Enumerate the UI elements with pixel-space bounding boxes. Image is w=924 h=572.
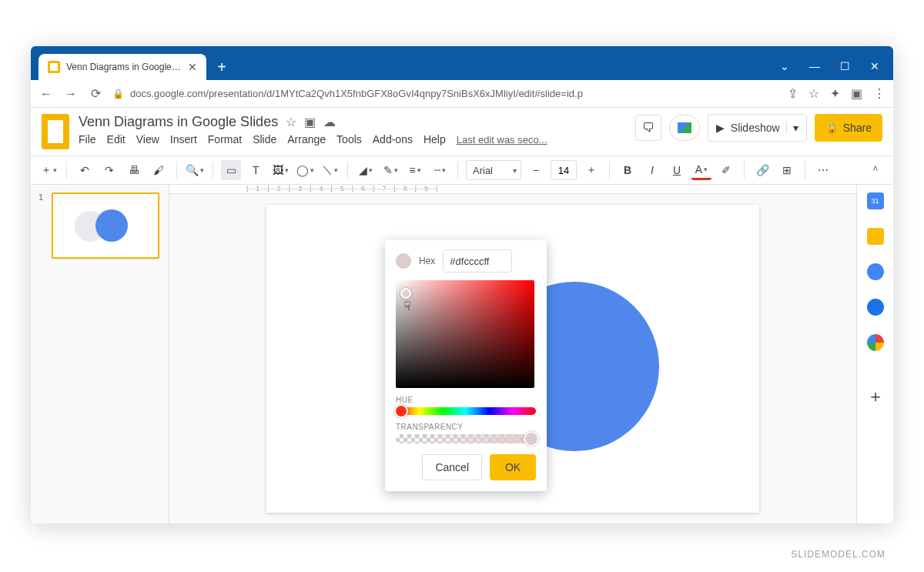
border-color-button[interactable]: ✎ xyxy=(380,160,400,180)
window-minimize-icon[interactable]: — xyxy=(809,60,820,72)
menu-addons[interactable]: Add-ons xyxy=(373,133,413,146)
image-tool[interactable]: 🖼 xyxy=(270,160,290,180)
menu-format[interactable]: Format xyxy=(208,133,242,146)
cloud-status-icon[interactable]: ☁ xyxy=(323,115,336,129)
font-size-increase[interactable]: ＋ xyxy=(581,160,601,180)
lock-icon: 🔒 xyxy=(825,122,839,134)
horizontal-ruler: |····1····|····2····|····3····|····4····… xyxy=(169,185,856,194)
transparency-label: TRANSPARENCY xyxy=(396,423,536,431)
text-color-button[interactable]: A xyxy=(691,160,711,180)
print-button[interactable]: 🖶 xyxy=(124,160,144,180)
window-caret-icon[interactable]: ⌄ xyxy=(780,60,789,72)
undo-button[interactable]: ↶ xyxy=(75,160,95,180)
menu-file[interactable]: File xyxy=(79,133,96,146)
menu-view[interactable]: View xyxy=(136,133,159,146)
transparency-slider[interactable] xyxy=(396,434,536,443)
slide-thumbnail[interactable] xyxy=(52,192,159,259)
nav-forward-icon[interactable]: → xyxy=(63,87,79,101)
font-size-input[interactable] xyxy=(551,160,577,180)
collapse-toolbar-icon[interactable]: ＾ xyxy=(865,160,886,180)
sidepanel-toggle-icon[interactable]: ▣ xyxy=(851,86,862,101)
bookmark-star-icon[interactable]: ☆ xyxy=(808,86,819,101)
menu-slide[interactable]: Slide xyxy=(253,133,276,146)
google-side-panel: ＋ xyxy=(856,185,893,523)
menu-arrange[interactable]: Arrange xyxy=(287,133,326,146)
comments-button[interactable]: 🗨 xyxy=(635,115,661,141)
meet-icon xyxy=(678,122,691,133)
select-tool[interactable]: ▭ xyxy=(221,160,241,180)
toolbar: ＋ ↶ ↷ 🖶 🖌 🔍 ▭ 𝖳 🖼 ◯ ＼ ◢ ✎ ≡ ┄ Arial − ＋ xyxy=(31,156,893,185)
fill-color-button[interactable]: ◢ xyxy=(356,160,376,180)
menu-edit[interactable]: Edit xyxy=(107,133,126,146)
new-slide-button[interactable]: ＋ xyxy=(38,160,59,180)
transparency-thumb[interactable] xyxy=(524,431,539,447)
calendar-icon[interactable] xyxy=(867,192,884,209)
more-tools-button[interactable]: ⋯ xyxy=(813,160,833,180)
browser-window: Venn Diagrams in Google Slides ✕ + ⌄ — ☐… xyxy=(31,46,893,523)
lock-icon: 🔒 xyxy=(112,89,124,99)
border-dash-button[interactable]: ┄ xyxy=(430,160,450,180)
window-close-icon[interactable]: ✕ xyxy=(870,60,879,72)
paint-format-button[interactable]: 🖌 xyxy=(149,160,169,180)
last-edit-link[interactable]: Last edit was seco... xyxy=(457,134,547,146)
underline-button[interactable]: U xyxy=(667,160,687,180)
sv-thumb[interactable] xyxy=(400,288,411,299)
play-icon: ▶ xyxy=(716,122,725,134)
tasks-icon[interactable] xyxy=(867,263,884,280)
menu-tools[interactable]: Tools xyxy=(336,133,362,146)
menu-help[interactable]: Help xyxy=(424,133,446,146)
nav-reload-icon[interactable]: ⟳ xyxy=(88,86,103,101)
highlight-button[interactable]: ✐ xyxy=(716,160,736,180)
share-button[interactable]: 🔒 Share xyxy=(815,114,882,142)
meet-button[interactable] xyxy=(669,115,700,141)
textbox-tool[interactable]: 𝖳 xyxy=(246,160,266,180)
window-controls: ⌄ — ☐ ✕ xyxy=(780,60,893,80)
move-icon[interactable]: ▣ xyxy=(304,115,316,129)
color-swatch xyxy=(396,253,411,269)
url-text: docs.google.com/presentation/d/1MYtCa2Qv… xyxy=(130,88,583,99)
browser-menu-icon[interactable]: ⋮ xyxy=(873,86,886,101)
maps-icon[interactable] xyxy=(867,334,884,351)
custom-color-picker: Hex ☟ HUE TRANSPARENCY Cancel OK xyxy=(385,240,547,491)
titlebar: Venn Diagrams in Google Slides ✕ + ⌄ — ☐… xyxy=(31,46,893,80)
hue-label: HUE xyxy=(396,396,536,404)
slideshow-button[interactable]: ▶ Slideshow ▾ xyxy=(708,114,807,142)
font-size-decrease[interactable]: − xyxy=(526,160,546,180)
ok-button[interactable]: OK xyxy=(490,454,536,480)
line-tool[interactable]: ＼ xyxy=(320,160,340,180)
hex-input[interactable] xyxy=(443,249,512,273)
share-url-icon[interactable]: ⇪ xyxy=(788,86,798,101)
menu-bar: File Edit View Insert Format Slide Arran… xyxy=(79,133,626,146)
filmstrip[interactable]: 1 xyxy=(31,185,169,523)
saturation-value-field[interactable]: ☟ xyxy=(396,280,534,388)
slides-logo-icon[interactable] xyxy=(42,114,69,149)
shape-tool[interactable]: ◯ xyxy=(295,160,315,180)
contacts-icon[interactable] xyxy=(867,299,884,316)
insert-comment-button[interactable]: ⊞ xyxy=(777,160,797,180)
tab-close-icon[interactable]: ✕ xyxy=(188,61,197,73)
star-icon[interactable]: ☆ xyxy=(286,115,296,129)
window-maximize-icon[interactable]: ☐ xyxy=(840,60,850,72)
nav-back-icon[interactable]: ← xyxy=(38,87,54,101)
document-title[interactable]: Venn Diagrams in Google Slides xyxy=(79,114,278,130)
redo-button[interactable]: ↷ xyxy=(99,160,119,180)
hue-slider[interactable] xyxy=(396,407,536,415)
font-select[interactable]: Arial xyxy=(466,160,521,180)
cancel-button[interactable]: Cancel xyxy=(422,454,482,480)
zoom-button[interactable]: 🔍 xyxy=(185,160,205,180)
extensions-icon[interactable]: ✦ xyxy=(830,86,840,101)
slides-favicon-icon xyxy=(48,61,60,73)
add-addon-button[interactable]: ＋ xyxy=(867,385,884,408)
border-weight-button[interactable]: ≡ xyxy=(405,160,425,180)
browser-tab[interactable]: Venn Diagrams in Google Slides ✕ xyxy=(38,54,206,80)
url-field[interactable]: 🔒 docs.google.com/presentation/d/1MYtCa2… xyxy=(112,88,778,99)
chevron-down-icon: ▾ xyxy=(786,122,798,134)
menu-insert[interactable]: Insert xyxy=(170,133,197,146)
tab-title: Venn Diagrams in Google Slides xyxy=(66,62,182,72)
keep-icon[interactable] xyxy=(867,228,884,245)
new-tab-button[interactable]: + xyxy=(211,56,233,78)
italic-button[interactable]: I xyxy=(642,160,662,180)
insert-link-button[interactable]: 🔗 xyxy=(752,160,772,180)
hue-thumb[interactable] xyxy=(394,404,408,418)
bold-button[interactable]: B xyxy=(618,160,638,180)
